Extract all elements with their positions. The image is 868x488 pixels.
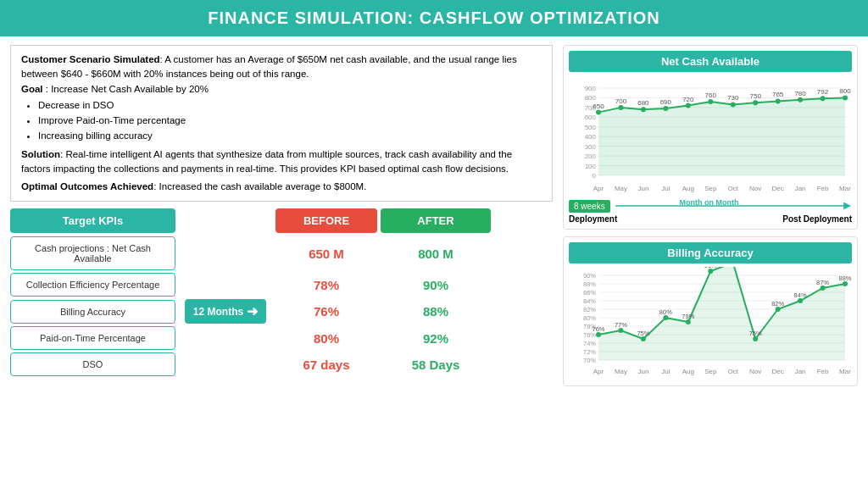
svg-text:Dec: Dec — [772, 368, 784, 375]
svg-text:200: 200 — [585, 152, 597, 160]
kpi-after-value: 88% — [381, 304, 491, 319]
svg-text:800: 800 — [585, 94, 597, 102]
page-header: FINANCE SIMULATION: CASHFLOW OPTIMIZATIO… — [0, 0, 868, 36]
kpi-before-value: 80% — [275, 331, 377, 346]
net-cash-chart-box: Net Cash Available 010020030040050060070… — [563, 45, 858, 230]
svg-text:Apr: Apr — [593, 185, 604, 192]
svg-text:700: 700 — [615, 97, 627, 105]
billing-chart-area: 90%88%86%84%82%80%78%76%74%72%70%AprMayJ… — [569, 267, 852, 380]
scenario-goal: Goal : Increase Net Cash Available by 20… — [21, 82, 542, 97]
kpi-target-header: Target KPIs — [10, 208, 175, 233]
svg-text:780: 780 — [794, 90, 806, 97]
svg-text:87%: 87% — [816, 279, 829, 286]
svg-text:Sep: Sep — [704, 368, 717, 375]
svg-point-44 — [731, 102, 736, 107]
kpi-rows: Cash projections : Net Cash Available650… — [10, 236, 553, 379]
outcome-text: : Increased the cash available average t… — [153, 181, 366, 191]
svg-text:Sep: Sep — [704, 185, 717, 192]
svg-point-50 — [798, 97, 803, 103]
svg-text:Nov: Nov — [749, 368, 761, 375]
svg-text:792: 792 — [817, 88, 829, 96]
deploy-label: Deployment — [569, 214, 617, 224]
svg-point-40 — [686, 103, 691, 108]
kpi-header-row: Target KPIs BEFORE AFTER — [10, 208, 553, 233]
svg-text:80%: 80% — [659, 308, 672, 316]
svg-text:86%: 86% — [583, 289, 596, 297]
left-panel: Customer Scenario Simulated: A customer … — [10, 45, 553, 479]
net-cash-svg: 0100200300400500600700800900AprMayJunJul… — [569, 75, 852, 194]
scenario-outcome: Optimal Outcomes Achieved: Increased the… — [21, 180, 542, 194]
svg-text:Oct: Oct — [728, 185, 739, 192]
svg-text:82%: 82% — [583, 306, 596, 313]
net-cash-chart-area: 0100200300400500600700800900AprMayJunJul… — [569, 75, 852, 197]
kpi-row: DSO67 days58 Days — [10, 352, 553, 376]
svg-text:76%: 76% — [592, 325, 604, 333]
right-panel: Net Cash Available 010020030040050060070… — [563, 45, 858, 479]
svg-text:0: 0 — [593, 172, 597, 180]
bullet-2: Improve Paid-on-Time percentage — [38, 114, 542, 128]
kpi-before-value: 67 days — [275, 358, 377, 372]
scenario-bullets: Decrease in DSO Improve Paid-on-Time per… — [38, 98, 542, 144]
solution-label: Solution — [21, 149, 60, 159]
goal-text: : Increase Net Cash Available by 20% — [43, 84, 209, 94]
svg-text:Mar: Mar — [839, 368, 851, 375]
svg-text:720: 720 — [682, 96, 694, 103]
svg-text:Jan: Jan — [795, 185, 806, 192]
kpi-before-value: 76% — [275, 304, 377, 319]
svg-text:84%: 84% — [794, 291, 807, 299]
kpi-after-value: 92% — [381, 331, 491, 346]
scenario-bold1: Customer Scenario Simulated — [21, 54, 160, 64]
svg-text:800: 800 — [839, 87, 851, 95]
svg-text:88%: 88% — [583, 280, 596, 288]
svg-text:91%: 91% — [704, 267, 717, 269]
page-title: FINANCE SIMULATION: CASHFLOW OPTIMIZATIO… — [208, 8, 660, 27]
svg-text:765: 765 — [772, 91, 784, 98]
svg-text:90%: 90% — [583, 272, 596, 280]
svg-point-52 — [821, 96, 826, 101]
svg-text:75%: 75% — [637, 330, 649, 337]
kpi-after-value: 58 Days — [381, 358, 491, 372]
svg-text:400: 400 — [585, 133, 597, 141]
svg-text:May: May — [615, 368, 627, 375]
svg-point-46 — [753, 100, 758, 105]
billing-chart-title: Billing Accuracy — [569, 242, 852, 263]
scenario-solution: Solution: Real-time intelligent AI agent… — [21, 147, 542, 177]
billing-chart-box: Billing Accuracy 90%88%86%84%82%80%78%76… — [563, 236, 858, 386]
svg-text:300: 300 — [585, 143, 597, 151]
bullet-3: Increasing billing accuracy — [38, 129, 542, 143]
svg-text:88%: 88% — [838, 274, 851, 282]
kpi-before-value: 78% — [275, 278, 377, 292]
svg-text:Jul: Jul — [661, 185, 670, 192]
svg-text:Jul: Jul — [661, 368, 670, 375]
svg-text:Jan: Jan — [795, 368, 806, 375]
kpi-row: Billing Accuracy12 Months ➜76%88% — [10, 299, 553, 324]
post-deploy-label: Post Deployment — [782, 214, 852, 224]
kpi-label: Paid-on-Time Percentage — [10, 326, 175, 350]
svg-text:80%: 80% — [583, 314, 596, 322]
svg-text:77%: 77% — [615, 321, 627, 329]
kpi-row: Collection Efficiency Percentage78%90% — [10, 273, 553, 297]
svg-point-36 — [641, 107, 646, 112]
svg-text:82%: 82% — [771, 300, 784, 308]
svg-text:900: 900 — [585, 85, 597, 92]
svg-point-38 — [663, 106, 668, 111]
svg-text:690: 690 — [660, 98, 672, 106]
svg-text:650: 650 — [593, 103, 604, 110]
kpi-row: Paid-on-Time Percentage80%92% — [10, 326, 553, 350]
kpi-after-value: 800 M — [381, 247, 491, 261]
svg-text:750: 750 — [750, 92, 762, 100]
svg-text:680: 680 — [637, 99, 649, 107]
kpi-months-area: 12 Months ➜ — [179, 299, 272, 324]
months-label: 12 Months — [193, 306, 243, 318]
kpi-label: Billing Accuracy — [10, 300, 175, 324]
month-arrow: Month on Month — [614, 199, 852, 213]
svg-text:Apr: Apr — [593, 368, 604, 375]
kpi-label: Cash projections : Net Cash Available — [10, 236, 175, 270]
svg-text:84%: 84% — [583, 297, 596, 305]
svg-text:70%: 70% — [583, 357, 596, 364]
svg-text:Aug: Aug — [682, 368, 694, 375]
svg-text:Aug: Aug — [682, 185, 694, 192]
kpi-after-value: 90% — [381, 278, 491, 292]
svg-text:72%: 72% — [583, 348, 596, 356]
goal-label: Goal — [21, 84, 43, 94]
